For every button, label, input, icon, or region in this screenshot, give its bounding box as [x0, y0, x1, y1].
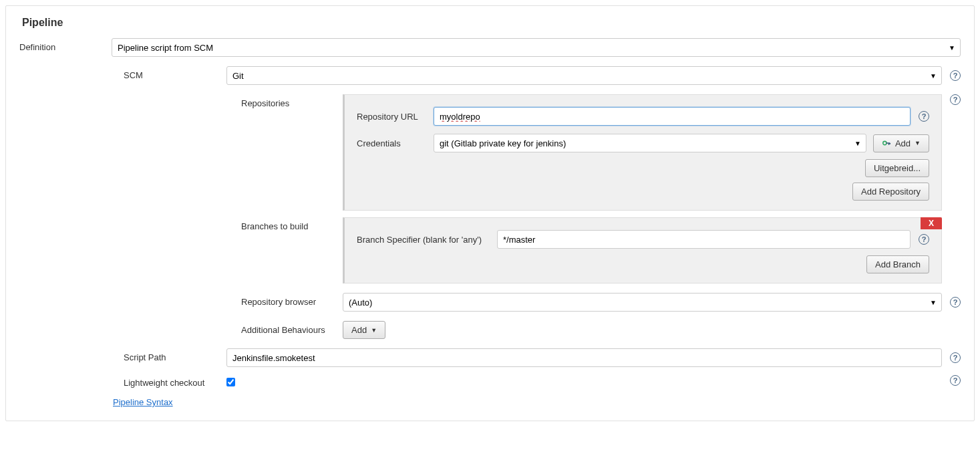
add-behaviour-button[interactable]: Add ▼	[343, 321, 385, 339]
script-path-input[interactable]	[226, 348, 942, 367]
advanced-button[interactable]: Uitgebreid...	[865, 159, 929, 177]
repo-url-label: Repository URL	[357, 112, 434, 122]
help-icon[interactable]: ?	[950, 375, 961, 386]
key-icon	[882, 138, 891, 148]
repositories-label: Repositories	[241, 94, 343, 108]
help-icon[interactable]: ?	[950, 297, 961, 308]
help-icon[interactable]: ?	[950, 70, 961, 81]
caret-icon: ▼	[915, 140, 921, 146]
definition-label: Definition	[19, 38, 112, 52]
help-icon[interactable]: ?	[919, 111, 929, 122]
repo-browser-select[interactable]: (Auto)	[343, 293, 942, 312]
branch-specifier-input[interactable]	[497, 230, 911, 249]
help-icon[interactable]: ?	[950, 352, 961, 363]
branch-specifier-label: Branch Specifier (blank for 'any')	[357, 235, 497, 245]
credentials-label: Credentials	[357, 138, 434, 148]
help-icon[interactable]: ?	[919, 234, 929, 245]
script-path-label: Script Path	[124, 348, 226, 362]
definition-select[interactable]: Pipeline script from SCM	[112, 38, 961, 57]
scm-select[interactable]: Git	[226, 66, 942, 85]
section-title: Pipeline	[22, 17, 961, 29]
delete-branch-button[interactable]: X	[921, 217, 942, 229]
repositories-row: Repositories Repository URL ? Credential…	[19, 94, 961, 211]
branch-block: X Branch Specifier (blank for 'any') ? A…	[343, 217, 942, 283]
pipeline-syntax-link[interactable]: Pipeline Syntax	[113, 397, 173, 407]
caret-icon: ▼	[371, 327, 377, 334]
scm-row: SCM Git ▼ ?	[19, 66, 961, 85]
credentials-select[interactable]: git (Gitlab private key for jenkins)	[434, 134, 866, 152]
svg-point-0	[883, 141, 886, 144]
repo-url-input[interactable]	[434, 107, 911, 126]
add-branch-button[interactable]: Add Branch	[866, 255, 929, 273]
add-credential-button[interactable]: Add ▼	[873, 134, 929, 152]
pipeline-config-panel: Pipeline Definition Pipeline script from…	[5, 5, 975, 421]
definition-row: Definition Pipeline script from SCM ▼	[19, 38, 961, 57]
branches-row: Branches to build X Branch Specifier (bl…	[19, 217, 961, 283]
branches-label: Branches to build	[241, 217, 343, 231]
repo-browser-label: Repository browser	[241, 293, 343, 307]
additional-behaviours-label: Additional Behaviours	[241, 321, 343, 335]
script-path-row: Script Path ?	[19, 348, 961, 367]
repository-block: Repository URL ? Credentials git (Gitlab…	[343, 94, 942, 211]
lightweight-checkbox[interactable]	[226, 378, 235, 386]
help-icon[interactable]: ?	[950, 94, 961, 105]
additional-behaviours-row: Additional Behaviours Add ▼	[19, 321, 961, 339]
repo-browser-row: Repository browser (Auto) ▼ ?	[19, 293, 961, 312]
lightweight-row: Lightweight checkout ?	[19, 374, 961, 388]
lightweight-label: Lightweight checkout	[124, 374, 226, 388]
scm-label: SCM	[124, 66, 226, 80]
add-repository-button[interactable]: Add Repository	[852, 183, 929, 201]
